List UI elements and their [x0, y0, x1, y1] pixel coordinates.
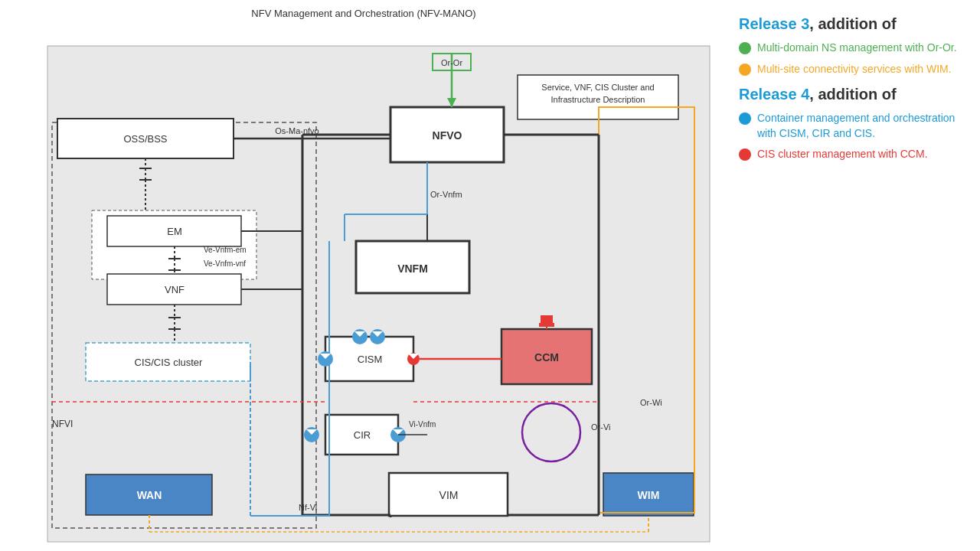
- bullet-text: Multi-site connectivity services with WI…: [757, 62, 952, 77]
- addition4-text: , addition of: [809, 86, 896, 103]
- sidebar: Release 3, addition of Multi-domain NS m…: [727, 0, 980, 551]
- diagram-svg: OSS/BSS EM VNF CIS/CIS cluster NFVO Serv…: [0, 0, 727, 551]
- svg-text:Ve-Vnfm-vnf: Ve-Vnfm-vnf: [204, 259, 246, 268]
- svg-text:Ve-Vnfm-em: Ve-Vnfm-em: [204, 246, 247, 254]
- svg-text:CISM: CISM: [358, 354, 383, 365]
- list-item: CIS cluster management with CCM.: [739, 147, 969, 162]
- svg-text:CIS/CIS cluster: CIS/CIS cluster: [135, 357, 204, 368]
- addition3-text: , addition of: [809, 15, 896, 32]
- release4-bullets: Container management and orchestration w…: [739, 111, 969, 162]
- svg-text:WAN: WAN: [137, 489, 162, 501]
- svg-text:Nf-Vi: Nf-Vi: [299, 503, 317, 512]
- svg-text:VIM: VIM: [439, 489, 459, 501]
- svg-text:Or-Vnfm: Or-Vnfm: [430, 190, 462, 199]
- svg-text:OSS/BSS: OSS/BSS: [123, 133, 167, 145]
- svg-text:WIM: WIM: [638, 489, 660, 501]
- list-item: Multi-domain NS management with Or-Or.: [739, 41, 969, 56]
- svg-text:NFVI: NFVI: [52, 419, 73, 429]
- svg-text:NFVO: NFVO: [433, 129, 462, 142]
- svg-text:CCM: CCM: [534, 351, 559, 364]
- svg-text:CIR: CIR: [354, 429, 371, 441]
- diagram-area: NFV Management and Orchestration (NFV-MA…: [0, 0, 727, 551]
- svg-text:Or-Or: Or-Or: [441, 58, 462, 67]
- bullet-text: Multi-domain NS management with Or-Or.: [757, 41, 957, 56]
- svg-text:EM: EM: [167, 226, 182, 237]
- bullet-text: Container management and orchestration w…: [757, 111, 969, 141]
- bullet-dot-yellow: [739, 64, 751, 76]
- svg-text:Infrastructure Description: Infrastructure Description: [551, 95, 645, 104]
- svg-text:Or-Vi: Or-Vi: [591, 422, 610, 432]
- bullet-dot-red: [739, 148, 751, 161]
- svg-text:VNFM: VNFM: [397, 262, 428, 275]
- bullet-dot-green: [739, 42, 751, 54]
- svg-text:Service, VNF, CIS Cluster and: Service, VNF, CIS Cluster and: [541, 83, 654, 92]
- list-item: Container management and orchestration w…: [739, 111, 969, 141]
- list-item: Multi-site connectivity services with WI…: [739, 62, 969, 77]
- release3-title: Release 3: [739, 15, 809, 32]
- bullet-dot-blue: [739, 112, 751, 125]
- svg-text:Or-Wi: Or-Wi: [640, 398, 662, 407]
- bullet-text: CIS cluster management with CCM.: [757, 147, 928, 162]
- release4-title: Release 4: [739, 86, 809, 103]
- svg-text:VNF: VNF: [165, 284, 185, 295]
- release3-bullets: Multi-domain NS management with Or-Or. M…: [739, 41, 969, 77]
- svg-text:Vi-Vnfm: Vi-Vnfm: [409, 420, 436, 429]
